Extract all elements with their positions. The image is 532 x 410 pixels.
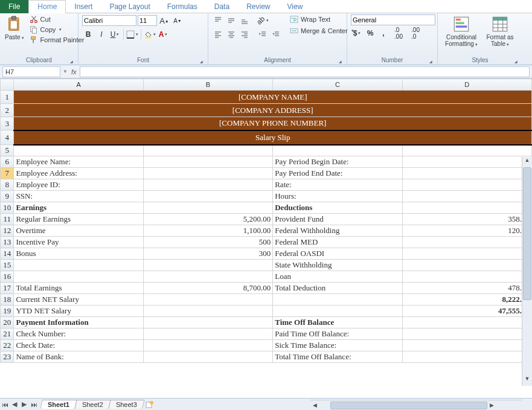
cell[interactable]: Employee Name: xyxy=(14,156,143,168)
align-right-button[interactable] xyxy=(239,28,251,40)
font-name-select[interactable] xyxy=(82,15,136,26)
bold-button[interactable]: B xyxy=(82,28,94,40)
row-header[interactable]: 19 xyxy=(1,306,14,317)
row-header[interactable]: 2 xyxy=(1,104,14,117)
cell[interactable] xyxy=(14,271,143,283)
vertical-scrollbar[interactable]: ▲ ▼ xyxy=(522,157,532,386)
cell[interactable]: Deductions xyxy=(273,202,402,214)
cell[interactable]: Total Time Off Balance: xyxy=(273,351,402,363)
cell[interactable] xyxy=(402,202,531,214)
orientation-button[interactable]: ab xyxy=(257,14,269,27)
align-center-button[interactable] xyxy=(225,28,237,40)
file-tab[interactable]: File xyxy=(0,0,28,13)
tab-data[interactable]: Data xyxy=(206,0,238,13)
cell[interactable]: Check Date: xyxy=(14,340,143,351)
cell[interactable] xyxy=(143,340,272,351)
cell[interactable]: 47,555.00 xyxy=(402,306,531,317)
increase-indent-button[interactable] xyxy=(270,28,282,40)
row-header[interactable]: 22 xyxy=(1,340,14,351)
row-header[interactable]: 9 xyxy=(1,191,14,202)
sheet-tab-sheet1[interactable]: Sheet1 xyxy=(40,400,77,409)
cell[interactable]: - xyxy=(402,237,531,248)
cell[interactable] xyxy=(402,179,531,191)
cell[interactable]: [COMPANY PHONE NUMBER] xyxy=(14,117,532,130)
col-header-D[interactable]: D xyxy=(402,79,531,91)
cell[interactable]: Time Off Balance xyxy=(273,317,402,328)
cell[interactable] xyxy=(143,168,272,179)
row-header[interactable]: 16 xyxy=(1,271,14,283)
underline-button[interactable]: U xyxy=(109,28,121,40)
scroll-left-button[interactable]: ◀ xyxy=(313,402,317,408)
cell[interactable]: Federal OASDI xyxy=(273,248,402,260)
tab-home[interactable]: Home xyxy=(28,0,66,13)
align-bottom-button[interactable] xyxy=(239,14,251,27)
cell[interactable]: Payment Information xyxy=(14,317,143,328)
row-header[interactable]: 5 xyxy=(1,145,14,156)
cell[interactable] xyxy=(143,351,272,363)
row-header[interactable]: 13 xyxy=(1,237,14,248)
paste-button[interactable]: Paste xyxy=(4,14,25,42)
tab-insert[interactable]: Insert xyxy=(66,0,101,13)
cell[interactable] xyxy=(273,145,402,156)
scroll-down-button[interactable]: ▼ xyxy=(522,376,532,386)
align-top-button[interactable] xyxy=(212,14,224,27)
fx-button[interactable]: fx xyxy=(68,68,80,75)
cell[interactable]: Hours: xyxy=(273,191,402,202)
row-header[interactable]: 1 xyxy=(1,91,14,104)
cell[interactable]: 300 xyxy=(143,248,272,260)
cell[interactable]: Sick Time Balance: xyxy=(273,340,402,351)
cell[interactable]: Incentive Pay xyxy=(14,237,143,248)
cell[interactable]: Total Deduction xyxy=(273,283,402,294)
row-header[interactable]: 3 xyxy=(1,117,14,130)
scroll-right-button[interactable]: ▶ xyxy=(490,402,494,408)
cell[interactable]: Salary Slip xyxy=(14,130,532,145)
cell[interactable]: Federal Withholding xyxy=(273,225,402,237)
fill-color-button[interactable] xyxy=(144,28,156,40)
sheet-nav-first[interactable]: ⏮ xyxy=(0,401,10,408)
cell[interactable]: Pay Period End Date: xyxy=(273,168,402,179)
sheet-nav-next[interactable]: ▶ xyxy=(19,400,29,408)
row-header[interactable]: 20 xyxy=(1,317,14,328)
cell[interactable]: [COMPANY NAME] xyxy=(14,91,532,104)
cell[interactable] xyxy=(143,328,272,340)
cell[interactable]: Name of Bank: xyxy=(14,351,143,363)
new-sheet-button[interactable] xyxy=(146,401,155,408)
cell[interactable] xyxy=(402,340,531,351)
cell[interactable] xyxy=(143,191,272,202)
cell[interactable]: 358.00 xyxy=(402,214,531,225)
grow-font-button[interactable]: A▲ xyxy=(158,14,170,27)
cell[interactable]: Check Number: xyxy=(14,328,143,340)
font-size-select[interactable] xyxy=(138,15,157,26)
row-header[interactable]: 21 xyxy=(1,328,14,340)
comma-button[interactable]: , xyxy=(377,27,389,39)
horizontal-scrollbar[interactable]: ◀ ▶ xyxy=(310,400,522,410)
copy-button[interactable]: Copy xyxy=(28,25,86,34)
cell[interactable]: YTD NET Salary xyxy=(14,306,143,317)
row-header[interactable]: 18 xyxy=(1,294,14,306)
cell[interactable] xyxy=(14,145,143,156)
cell[interactable] xyxy=(143,145,272,156)
name-box[interactable]: H7 xyxy=(2,66,60,77)
row-header[interactable]: 14 xyxy=(1,248,14,260)
decrease-indent-button[interactable] xyxy=(257,28,269,40)
select-all-corner[interactable] xyxy=(1,79,14,91)
namebox-dropdown[interactable]: ▼ xyxy=(63,69,68,74)
col-header-A[interactable]: A xyxy=(14,79,143,91)
cell[interactable] xyxy=(273,294,402,306)
cell[interactable]: Current NET Salary xyxy=(14,294,143,306)
percent-button[interactable]: % xyxy=(364,27,376,39)
cell[interactable] xyxy=(14,260,143,271)
cell[interactable] xyxy=(143,156,272,168)
row-header[interactable]: 11 xyxy=(1,214,14,225)
cell[interactable] xyxy=(143,317,272,328)
tab-page-layout[interactable]: Page Layout xyxy=(101,0,158,13)
italic-button[interactable]: I xyxy=(95,28,107,40)
sheet-nav-last[interactable]: ⏭ xyxy=(29,401,39,408)
cell[interactable]: Loan xyxy=(273,271,402,283)
cell[interactable]: Employee Address: xyxy=(14,168,143,179)
cell[interactable] xyxy=(402,145,531,156)
cell[interactable]: 5,200.00 xyxy=(143,214,272,225)
cell[interactable] xyxy=(402,351,531,363)
row-header[interactable]: 12 xyxy=(1,225,14,237)
format-painter-button[interactable]: Format Painter xyxy=(28,35,86,45)
